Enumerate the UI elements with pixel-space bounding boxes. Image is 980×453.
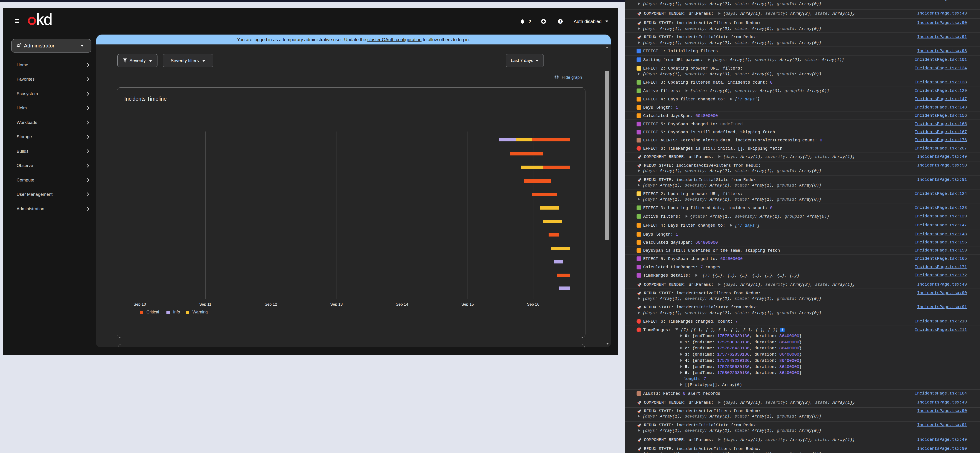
svg-text:kd: kd — [36, 11, 52, 26]
svg-text:?: ? — [559, 20, 561, 23]
